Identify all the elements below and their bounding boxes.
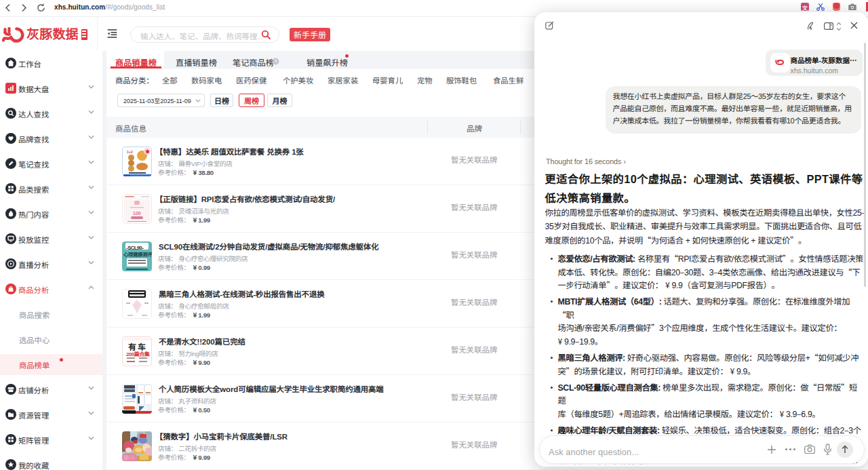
- svg-text:?: ?: [274, 58, 277, 64]
